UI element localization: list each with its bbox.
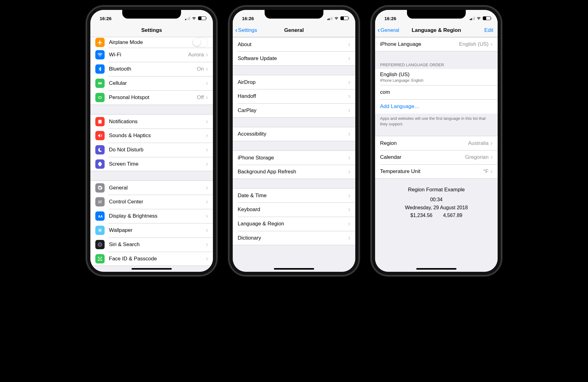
dnd-label: Do Not Disturb (109, 147, 206, 153)
display-row[interactable]: AA Display & Brightness › (90, 209, 213, 223)
faceid-row[interactable]: Face ID & Passcode › (90, 252, 213, 266)
bg-refresh-row[interactable]: Background App Refresh › (233, 165, 355, 179)
status-time: 16:26 (384, 16, 396, 21)
chevron-icon: › (206, 66, 208, 72)
general-list[interactable]: About › Software Update › AirDrop › Hand… (233, 37, 355, 272)
carplay-row[interactable]: CarPlay › (233, 103, 355, 118)
settings-list[interactable]: Airplane Mode Wi-Fi Aurora › Bluetooth O… (90, 37, 213, 272)
example-date: Wednesday, 29 August 2018 (378, 204, 495, 212)
example-numbers: $1,234.56 4,567.89 (378, 211, 495, 219)
back-button[interactable]: ‹ Settings (235, 24, 257, 37)
software-update-row[interactable]: Software Update › (233, 51, 355, 66)
iphone-language-row[interactable]: iPhone Language English (US) › (375, 37, 498, 51)
cellular-row[interactable]: Cellular › (90, 76, 213, 90)
bluetooth-row[interactable]: Bluetooth On › (90, 62, 213, 76)
dictionary-label: Dictionary (238, 235, 348, 241)
edit-label: Edit (484, 27, 493, 33)
accessibility-row[interactable]: Accessibility › (233, 127, 355, 141)
svg-text:AA: AA (98, 215, 103, 218)
region-row[interactable]: Region Australia › (375, 136, 498, 150)
wifi-detail: Aurora (188, 52, 204, 58)
chevron-icon: › (206, 241, 208, 248)
cellular-label: Cellular (109, 80, 206, 86)
keyboard-label: Keyboard (238, 206, 348, 213)
chevron-icon: › (491, 140, 493, 147)
siri-icon (95, 240, 105, 249)
bg-refresh-label: Background App Refresh (238, 169, 348, 175)
iphone-language-label: iPhone Language (380, 41, 459, 47)
control-center-icon (95, 197, 105, 206)
preferred-header: PREFERRED LANGUAGE ORDER (375, 61, 498, 69)
notch (122, 10, 181, 19)
example-time: 00:34 (378, 196, 495, 204)
navbar: ‹ General Language & Region Edit (375, 24, 498, 37)
chevron-icon: › (348, 168, 350, 175)
general-label: General (109, 185, 206, 191)
calendar-label: Calendar (380, 154, 465, 160)
chevron-icon: › (348, 55, 350, 62)
add-language-row[interactable]: Add Language… (375, 99, 498, 114)
pref-lang-1-row[interactable]: English (US) iPhone Language: English (375, 69, 498, 85)
calendar-row[interactable]: Calendar Gregorian › (375, 150, 498, 164)
general-row[interactable]: General › (90, 180, 213, 195)
wifi-icon (476, 16, 481, 21)
control-center-row[interactable]: Control Center › (90, 195, 213, 209)
airplane-mode-row[interactable]: Airplane Mode (90, 37, 213, 48)
handoff-row[interactable]: Handoff › (233, 89, 355, 103)
example-title: Region Format Example (378, 185, 495, 194)
chevron-icon: › (206, 94, 208, 101)
hotspot-label: Personal Hotspot (109, 94, 197, 101)
screentime-row[interactable]: Screen Time › (90, 157, 213, 171)
page-title: Language & Region (412, 27, 461, 33)
wallpaper-row[interactable]: Wallpaper › (90, 223, 213, 237)
bluetooth-icon (95, 64, 105, 74)
pref-lang-2-row[interactable]: com (375, 85, 498, 99)
chevron-icon: › (491, 41, 493, 48)
iphone-storage-row[interactable]: iPhone Storage › (233, 150, 355, 165)
screentime-icon (95, 159, 105, 169)
wifi-settings-icon (95, 50, 105, 59)
chevron-icon: › (348, 235, 350, 241)
control-center-label: Control Center (109, 199, 206, 205)
accessibility-label: Accessibility (238, 131, 348, 137)
status-time: 16:26 (100, 16, 111, 21)
wifi-label: Wi-Fi (109, 52, 188, 58)
back-label: General (380, 27, 399, 33)
battery-icon (198, 16, 206, 20)
edit-button[interactable]: Edit (484, 24, 493, 37)
chevron-icon: › (491, 168, 493, 175)
sounds-row[interactable]: Sounds & Haptics › (90, 128, 213, 143)
back-label: Settings (238, 27, 257, 33)
chevron-icon: › (206, 132, 208, 139)
about-row[interactable]: About › (233, 37, 355, 51)
hotspot-row[interactable]: Personal Hotspot Off › (90, 90, 213, 105)
svg-point-7 (100, 230, 101, 231)
temperature-row[interactable]: Temperature Unit °F › (375, 164, 498, 179)
status-time: 16:26 (242, 16, 254, 21)
dictionary-row[interactable]: Dictionary › (233, 231, 355, 245)
chevron-icon: › (348, 206, 350, 213)
phone-settings: 16:26 Settings Airplane Mode Wi-Fi A (87, 6, 217, 276)
home-indicator[interactable] (132, 268, 172, 270)
chevron-icon: › (348, 107, 350, 114)
language-region-row[interactable]: Language & Region › (233, 217, 355, 231)
airplane-toggle[interactable] (192, 38, 208, 47)
page-title: Settings (141, 27, 162, 33)
back-button[interactable]: ‹ General (378, 24, 399, 37)
chevron-icon: › (348, 154, 350, 161)
home-indicator[interactable] (416, 268, 456, 270)
notifications-row[interactable]: Notifications › (90, 114, 213, 128)
language-region-list[interactable]: iPhone Language English (US) › PREFERRED… (375, 37, 498, 272)
home-indicator[interactable] (274, 268, 314, 270)
airdrop-row[interactable]: AirDrop › (233, 75, 355, 89)
siri-row[interactable]: Siri & Search › (90, 237, 213, 252)
date-time-row[interactable]: Date & Time › (233, 188, 355, 202)
chevron-icon: › (348, 131, 350, 137)
svg-point-2 (99, 201, 100, 202)
bluetooth-label: Bluetooth (109, 66, 197, 72)
chevron-icon: › (206, 146, 208, 153)
dnd-row[interactable]: Do Not Disturb › (90, 143, 213, 157)
wifi-row[interactable]: Wi-Fi Aurora › (90, 48, 213, 62)
preferred-footer: Apps and websites will use the first lan… (375, 114, 498, 127)
keyboard-row[interactable]: Keyboard › (233, 202, 355, 217)
